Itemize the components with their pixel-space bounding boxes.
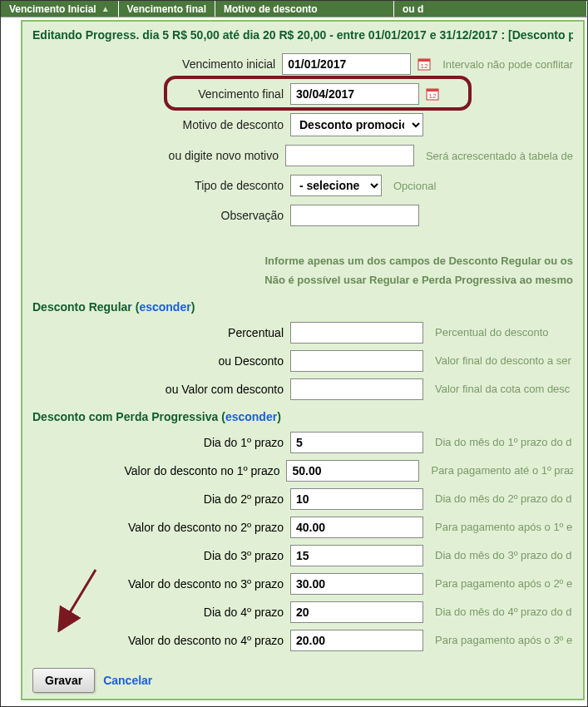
observacao-input[interactable]: [290, 205, 419, 226]
row-valor-1: Valor do desconto no 1º prazo Para pagam…: [32, 460, 573, 482]
tipo-desconto-select[interactable]: - selecione -: [290, 175, 382, 196]
row-percentual: Percentual Percentual do desconto: [32, 322, 573, 344]
label: ou Desconto: [32, 354, 290, 368]
hint: Valor final do desconto a ser: [435, 354, 571, 367]
edit-title: Editando Progress. dia 5 R$ 50,00 até di…: [32, 28, 573, 42]
label: ou digite novo motivo: [32, 149, 285, 162]
label: Vencimento final: [32, 87, 290, 101]
section-title: Desconto com Perda Progressiva: [32, 410, 218, 423]
hint: Percentual do desconto: [435, 326, 549, 339]
row-motivo-desconto: Motivo de desconto Desconto promocional: [32, 113, 573, 136]
row-valor-2: Valor do desconto no 2º prazo Para pagam…: [32, 517, 573, 538]
col-vencimento-final[interactable]: Vencimento final: [119, 1, 215, 17]
dia-1-prazo-input[interactable]: [290, 432, 423, 453]
row-valor-4: Valor do desconto no 4º prazo Para pagam…: [32, 630, 573, 651]
label: Dia do 4º prazo: [32, 606, 290, 619]
svg-text:12: 12: [421, 62, 428, 70]
col-label: ou d: [403, 3, 423, 15]
label: Dia do 1º prazo: [32, 436, 290, 449]
label: Valor do desconto no 1º prazo: [32, 464, 286, 477]
motivo-desconto-select[interactable]: Desconto promocional: [290, 113, 423, 136]
hint: Dia do mês do 4º prazo do d: [435, 606, 571, 618]
novo-motivo-input[interactable]: [285, 145, 414, 166]
hint: Será acrescentado à tabela de: [426, 150, 573, 162]
svg-rect-4: [427, 89, 438, 91]
row-valor-com-desconto: ou Valor com desconto Valor final da cot…: [32, 378, 573, 400]
row-valor-3: Valor do desconto no 3º prazo Para pagam…: [32, 573, 573, 595]
row-novo-motivo: ou digite novo motivo Será acrescentado …: [32, 145, 573, 166]
sort-asc-icon: ▲: [101, 4, 110, 13]
gravar-button[interactable]: Gravar: [32, 668, 95, 693]
desconto-input[interactable]: [290, 350, 423, 372]
dia-4-prazo-input[interactable]: [290, 601, 423, 623]
row-dia-2: Dia do 2º prazo Dia do mês do 2º prazo d…: [32, 488, 573, 510]
info-line-1: Informe apenas um dos campos de Desconto…: [257, 251, 573, 270]
info-line-2: Não é possível usar Regular e Perda Prog…: [257, 270, 573, 289]
row-vencimento-final: Vencimento final 12: [32, 83, 573, 105]
col-vencimento-inicial[interactable]: Vencimento Inicial ▲: [1, 1, 119, 17]
section-desconto-regular: Desconto Regular (esconder): [32, 300, 573, 314]
calendar-icon[interactable]: 12: [426, 87, 439, 101]
label: Vencimento inicial: [32, 57, 282, 71]
hint: Intervalo não pode conflitar: [442, 58, 573, 71]
hint: Valor final da cota com desc: [435, 383, 570, 395]
button-row: Gravar Cancelar: [32, 668, 573, 693]
hint: Opcional: [393, 180, 436, 192]
row-vencimento-inicial: Vencimento inicial 12 Intervalo não pode…: [32, 53, 573, 75]
col-label: Vencimento final: [127, 3, 206, 15]
valor-2-prazo-input[interactable]: [290, 517, 423, 538]
label: Valor do desconto no 4º prazo: [32, 634, 290, 647]
col-label: Vencimento Inicial: [9, 3, 96, 15]
col-motivo-desconto[interactable]: Motivo de desconto: [215, 1, 394, 17]
valor-4-prazo-input[interactable]: [290, 630, 423, 651]
hint: Dia do mês do 2º prazo do d: [435, 492, 571, 505]
svg-rect-1: [418, 59, 430, 62]
column-header-bar: Vencimento Inicial ▲ Vencimento final Mo…: [1, 1, 587, 17]
label: Dia do 2º prazo: [32, 492, 290, 506]
row-tipo-desconto: Tipo de desconto - selecione - Opcional: [32, 175, 573, 196]
row-dia-1: Dia do 1º prazo Dia do mês do 1º prazo d…: [32, 432, 573, 453]
label: Motivo de desconto: [32, 118, 290, 131]
calendar-icon[interactable]: 12: [418, 57, 431, 71]
label: Tipo de desconto: [32, 179, 290, 192]
col-label: Motivo de desconto: [224, 3, 318, 15]
esconder-link-regular[interactable]: esconder: [139, 300, 190, 314]
hint: Dia do mês do 3º prazo do d: [435, 549, 571, 561]
valor-1-prazo-input[interactable]: [286, 460, 419, 482]
section-title: Desconto Regular: [32, 300, 132, 314]
vencimento-final-input[interactable]: [290, 83, 419, 105]
hint: Para pagamento até o 1º praz: [431, 464, 573, 477]
row-observacao: Observação: [32, 205, 573, 226]
valor-com-desconto-input[interactable]: [290, 378, 423, 400]
hint: Para pagamento após o 3º e: [435, 634, 572, 646]
info-block: Informe apenas um dos campos de Desconto…: [32, 251, 573, 290]
row-dia-3: Dia do 3º prazo Dia do mês do 3º prazo d…: [32, 545, 573, 566]
vencimento-inicial-input[interactable]: [282, 53, 411, 75]
edit-panel: Editando Progress. dia 5 R$ 50,00 até di…: [21, 20, 585, 700]
row-desconto: ou Desconto Valor final do desconto a se…: [32, 350, 573, 372]
label: Valor do desconto no 3º prazo: [32, 577, 290, 591]
dia-2-prazo-input[interactable]: [290, 488, 423, 510]
col-extra[interactable]: ou d: [394, 1, 587, 17]
row-dia-4: Dia do 4º prazo Dia do mês do 4º prazo d…: [32, 601, 573, 623]
label: Valor do desconto no 2º prazo: [32, 521, 290, 534]
percentual-input[interactable]: [290, 322, 423, 344]
svg-text:12: 12: [429, 92, 437, 100]
dia-3-prazo-input[interactable]: [290, 545, 423, 566]
hint: Para pagamento após o 1º e: [435, 521, 572, 533]
hint: Para pagamento após o 2º e: [435, 577, 572, 590]
label: Percentual: [32, 326, 290, 339]
label: ou Valor com desconto: [32, 383, 290, 396]
label: Observação: [32, 209, 290, 222]
esconder-link-progressiva[interactable]: esconder: [225, 410, 277, 423]
hint: Dia do mês do 1º prazo do d: [435, 436, 571, 448]
cancelar-link[interactable]: Cancelar: [103, 674, 152, 687]
label: Dia do 3º prazo: [32, 549, 290, 562]
valor-3-prazo-input[interactable]: [290, 573, 423, 595]
section-perda-progressiva: Desconto com Perda Progressiva (esconder…: [32, 410, 573, 423]
